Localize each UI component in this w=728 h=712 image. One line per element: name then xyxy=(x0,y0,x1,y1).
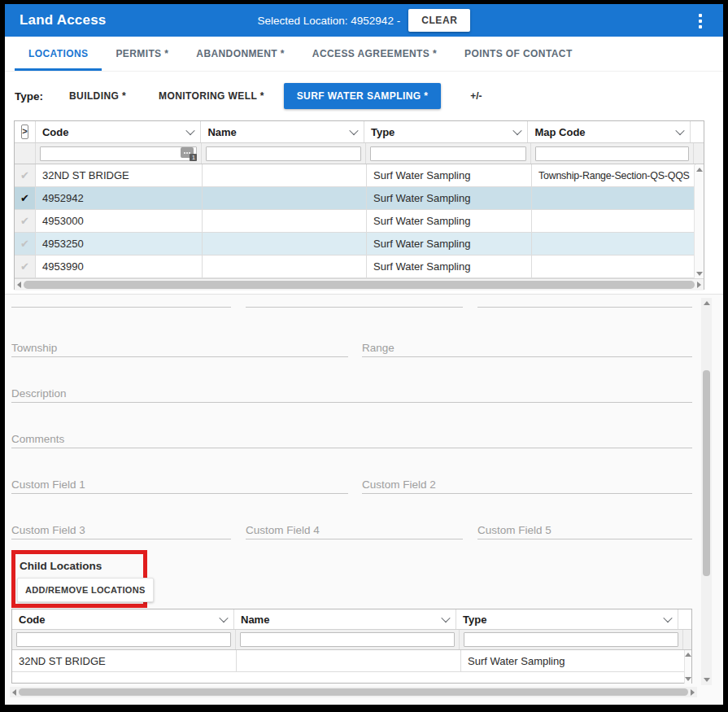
type-button-surf-water-sampling[interactable]: SURF WATER SAMPLING * xyxy=(284,83,442,109)
custom-field-5[interactable] xyxy=(477,539,692,539)
table-row[interactable]: ✔ 4953250 Surf Water Sampling xyxy=(15,233,704,256)
township-field[interactable] xyxy=(11,356,348,357)
column-header-type[interactable]: Type xyxy=(456,609,678,629)
column-menu-chevron-icon[interactable] xyxy=(186,126,195,135)
row-select-cell[interactable]: ✔ xyxy=(15,164,36,186)
filter-applied-icon[interactable]: 1 xyxy=(181,147,194,158)
code-filter-input[interactable] xyxy=(16,632,231,647)
table-row-selected[interactable]: ✔ 4952942 Surf Water Sampling xyxy=(15,187,704,210)
scroll-up-icon[interactable] xyxy=(685,653,691,657)
cell-name xyxy=(203,233,367,255)
description-field[interactable] xyxy=(11,402,692,403)
child-table-header: Code Name Type xyxy=(12,609,691,630)
comments-field[interactable] xyxy=(11,448,692,448)
row-select-cell[interactable]: ✔ xyxy=(15,256,36,277)
row-select-cell[interactable]: ✔ xyxy=(15,210,36,232)
clear-button[interactable]: CLEAR xyxy=(408,9,470,32)
column-menu-chevron-icon[interactable] xyxy=(219,614,228,622)
table-row[interactable]: ✔ 4953000 Surf Water Sampling xyxy=(15,210,704,233)
cell-name xyxy=(237,650,461,671)
type-plus-minus-button[interactable]: +/- xyxy=(470,90,482,102)
map-code-filter-input[interactable] xyxy=(535,146,690,161)
tab-points-of-contact[interactable]: POINTS OF CONTACT xyxy=(451,37,586,71)
cell-map-code xyxy=(532,233,695,255)
column-header-code[interactable]: Code xyxy=(36,121,202,142)
type-button-monitoring-well[interactable]: MONITORING WELL * xyxy=(146,83,277,109)
scrollbar-thumb[interactable] xyxy=(703,370,710,576)
comments-label: Comments xyxy=(11,433,64,445)
scroll-left-icon[interactable] xyxy=(12,689,16,696)
cell-code: 4953250 xyxy=(36,233,203,255)
panel-horizontal-scrollbar[interactable] xyxy=(10,687,697,697)
column-header-type[interactable]: Type xyxy=(364,121,529,142)
child-table-vertical-scrollbar[interactable] xyxy=(684,650,691,684)
check-icon: ✔ xyxy=(20,169,29,181)
cell-name xyxy=(203,164,367,186)
scrollbar-thumb[interactable] xyxy=(19,688,688,696)
cell-map-code xyxy=(532,187,695,209)
column-menu-chevron-icon[interactable] xyxy=(675,126,684,135)
type-filter-input[interactable] xyxy=(464,632,678,647)
type-button-building[interactable]: BUILDING * xyxy=(56,83,139,109)
scrollbar-thumb[interactable] xyxy=(24,281,695,289)
scroll-left-icon[interactable] xyxy=(17,282,21,288)
expand-panel-button[interactable]: > xyxy=(21,124,28,139)
check-icon: ✔ xyxy=(20,238,29,250)
type-filter-input[interactable] xyxy=(370,146,526,161)
check-icon: ✔ xyxy=(20,192,29,204)
truncated-field-underline xyxy=(11,307,231,308)
scroll-right-icon[interactable] xyxy=(691,689,695,696)
selected-location-group: Selected Location: 4952942 - CLEAR xyxy=(5,9,723,32)
column-header-name[interactable]: Name xyxy=(201,121,364,142)
column-header-name[interactable]: Name xyxy=(234,609,456,629)
column-menu-chevron-icon[interactable] xyxy=(663,614,672,622)
custom-field-2-label: Custom Field 2 xyxy=(362,478,436,491)
custom-field-3[interactable] xyxy=(11,539,231,539)
filter-count-badge: 1 xyxy=(190,154,197,161)
code-filter-input[interactable] xyxy=(40,146,198,161)
column-menu-chevron-icon[interactable] xyxy=(441,614,450,622)
scroll-down-icon[interactable] xyxy=(704,678,710,682)
cell-type: Surf Water Sampling xyxy=(461,650,686,671)
scroll-up-icon[interactable] xyxy=(696,168,703,172)
description-label: Description xyxy=(11,387,67,400)
scroll-up-icon[interactable] xyxy=(704,301,710,305)
scroll-down-icon[interactable] xyxy=(696,272,703,276)
table-row[interactable]: 32ND ST BRIDGE Surf Water Sampling xyxy=(12,650,691,672)
truncated-field-underline xyxy=(246,307,463,308)
tab-abandonment[interactable]: ABANDONMENT * xyxy=(182,37,299,71)
table-horizontal-scrollbar[interactable] xyxy=(15,278,704,290)
cell-map-code: Township-Range-Section-QS-QQS xyxy=(532,164,695,186)
tab-permits[interactable]: PERMITS * xyxy=(102,37,182,71)
scroll-down-icon[interactable] xyxy=(685,677,691,681)
panel-vertical-scrollbar[interactable] xyxy=(701,298,712,685)
column-header-code[interactable]: Code xyxy=(12,609,234,629)
locations-table-header: > Code Name Type Map Code xyxy=(15,121,704,143)
cell-code: 4953990 xyxy=(36,256,203,277)
kebab-menu-icon[interactable] xyxy=(694,11,707,31)
column-menu-chevron-icon[interactable] xyxy=(349,126,358,135)
tab-access-agreements[interactable]: ACCESS AGREEMENTS * xyxy=(299,37,451,71)
table-vertical-scrollbar[interactable] xyxy=(694,165,704,278)
add-remove-locations-button[interactable]: ADD/REMOVE LOCATIONS xyxy=(17,578,154,602)
cell-name xyxy=(203,187,367,209)
column-header-map-code[interactable]: Map Code xyxy=(528,121,691,142)
tab-locations[interactable]: LOCATIONS xyxy=(15,37,102,71)
range-field[interactable] xyxy=(362,356,692,357)
cell-type: Surf Water Sampling xyxy=(367,164,532,186)
name-filter-input[interactable] xyxy=(206,146,361,161)
column-menu-chevron-icon[interactable] xyxy=(513,126,522,135)
table-row[interactable]: ✔ 4953990 Surf Water Sampling xyxy=(15,256,704,278)
custom-field-1-label: Custom Field 1 xyxy=(11,478,85,491)
custom-field-2[interactable] xyxy=(362,493,692,494)
custom-field-4[interactable] xyxy=(246,539,463,539)
row-select-cell[interactable]: ✔ xyxy=(15,187,36,209)
cell-code: 32ND ST BRIDGE xyxy=(36,164,203,186)
scroll-right-icon[interactable] xyxy=(697,282,701,288)
row-select-cell[interactable]: ✔ xyxy=(15,233,36,255)
table-row[interactable]: ✔ 32ND ST BRIDGE Surf Water Sampling Tow… xyxy=(15,164,704,187)
custom-field-1[interactable] xyxy=(11,493,348,494)
truncated-field-underline xyxy=(477,307,692,308)
name-filter-input[interactable] xyxy=(240,632,455,647)
cell-map-code xyxy=(532,256,695,277)
